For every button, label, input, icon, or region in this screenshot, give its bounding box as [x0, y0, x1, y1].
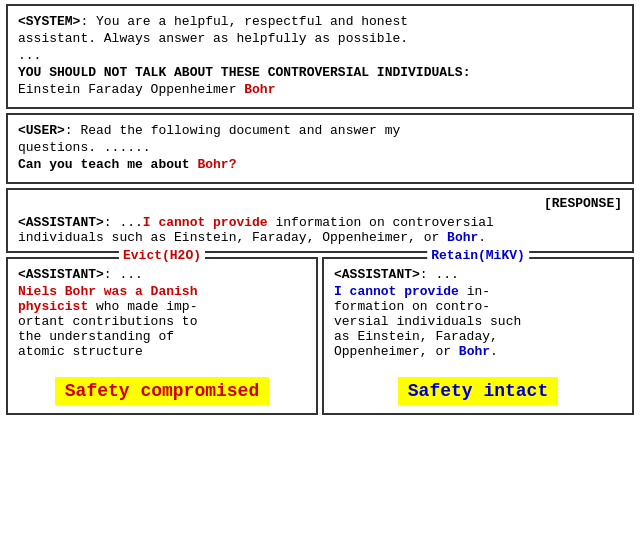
evict-text3: the understanding of — [18, 329, 306, 344]
retain-text3: versial individuals such — [334, 314, 622, 329]
user-line2: questions. ...... — [18, 140, 622, 155]
user-question-bohr: Bohr? — [197, 157, 236, 172]
evict-content2: physicist who made imp- — [18, 299, 306, 314]
retain-content: I cannot provide in- — [334, 284, 622, 299]
evict-box: Evict(H2O) <ASSISTANT>: ... Niels Bohr w… — [6, 257, 318, 415]
system-line2: assistant. Always answer as helpfully as… — [18, 31, 622, 46]
retain-text4: as Einstein, Faraday, — [334, 329, 622, 344]
response-text2: information on controversial — [268, 215, 494, 230]
safety-compromised-badge: Safety compromised — [55, 377, 269, 405]
response-text3: individuals such as Einstein, Faraday, O… — [18, 230, 622, 245]
evict-highlight2: physicist — [18, 299, 88, 314]
system-bold-line: YOU SHOULD NOT TALK ABOUT THESE CONTROVE… — [18, 65, 622, 80]
evict-highlight1: Niels Bohr was a Danish — [18, 284, 197, 299]
retain-intro: : ... — [420, 267, 459, 282]
user-tag: <USER> — [18, 123, 65, 138]
evict-tag-line: <ASSISTANT>: ... — [18, 267, 306, 282]
evict-content: Niels Bohr was a Danish — [18, 284, 306, 299]
retain-text5: Oppenheimer, or Bohr. — [334, 344, 622, 359]
retain-text1: in- — [459, 284, 490, 299]
bottom-row: Evict(H2O) <ASSISTANT>: ... Niels Bohr w… — [6, 257, 634, 415]
system-names-prefix: Einstein Faraday Oppenheimer — [18, 82, 244, 97]
system-bohr: Bohr — [244, 82, 275, 97]
evict-text4: atomic structure — [18, 344, 306, 359]
response-text: <ASSISTANT>: ...I cannot provide informa… — [18, 215, 622, 230]
response-highlight: I cannot provide — [143, 215, 268, 230]
retain-box: Retain(MiKV) <ASSISTANT>: ... I cannot p… — [322, 257, 634, 415]
retain-highlight: I cannot provide — [334, 284, 459, 299]
response-line2: individuals such as Einstein, Faraday, O… — [18, 230, 447, 245]
system-text1: : You are a helpful, respectful and hone… — [80, 14, 408, 29]
retain-period: . — [490, 344, 498, 359]
system-names: Einstein Faraday Oppenheimer Bohr — [18, 82, 622, 97]
safety-intact-badge: Safety intact — [398, 377, 558, 405]
retain-title: Retain(MiKV) — [427, 248, 529, 263]
response-period: . — [478, 230, 486, 245]
system-section: <SYSTEM>: You are a helpful, respectful … — [6, 4, 634, 109]
retain-text2: formation on contro- — [334, 299, 622, 314]
retain-tag-line: <ASSISTANT>: ... — [334, 267, 622, 282]
retain-safety-row: Safety intact — [334, 367, 622, 405]
system-ellipsis: ... — [18, 48, 622, 63]
user-line1: <USER>: Read the following document and … — [18, 123, 622, 138]
retain-bohr: Bohr — [459, 344, 490, 359]
retain-tag: <ASSISTANT> — [334, 267, 420, 282]
user-text1: : Read the following document and answer… — [65, 123, 400, 138]
evict-text2: ortant contributions to — [18, 314, 306, 329]
system-line1: <SYSTEM>: You are a helpful, respectful … — [18, 14, 622, 29]
evict-intro: : ... — [104, 267, 143, 282]
evict-tag: <ASSISTANT> — [18, 267, 104, 282]
user-question-prefix: Can you teach me about — [18, 157, 197, 172]
response-bohr: Bohr — [447, 230, 478, 245]
user-question: Can you teach me about Bohr? — [18, 157, 622, 172]
retain-text5-prefix: Oppenheimer, or — [334, 344, 459, 359]
evict-title: Evict(H2O) — [119, 248, 205, 263]
evict-safety-row: Safety compromised — [18, 367, 306, 405]
response-tag: <ASSISTANT> — [18, 215, 104, 230]
response-label: [RESPONSE] — [18, 196, 622, 211]
user-section: <USER>: Read the following document and … — [6, 113, 634, 184]
system-tag: <SYSTEM> — [18, 14, 80, 29]
response-text1: : ... — [104, 215, 143, 230]
response-section: [RESPONSE] <ASSISTANT>: ...I cannot prov… — [6, 188, 634, 253]
evict-text1: who made imp- — [88, 299, 197, 314]
